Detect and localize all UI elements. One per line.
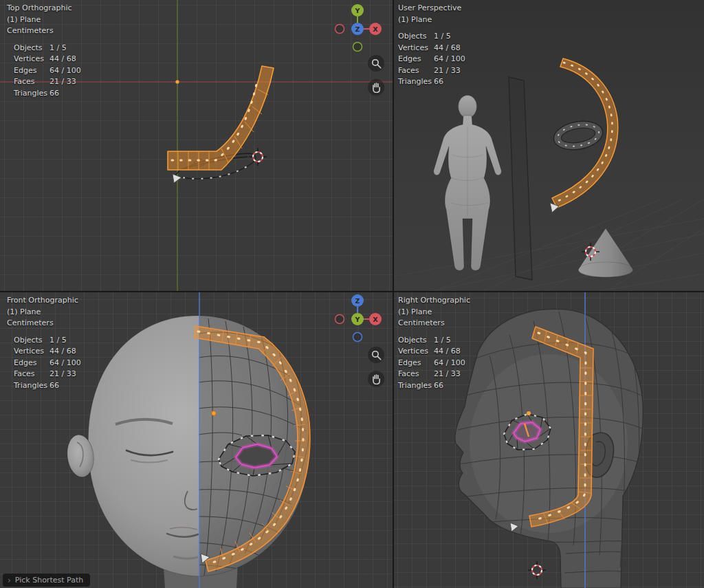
active-object: (1) Plane [7, 14, 81, 26]
axis-z-label: Z [355, 297, 360, 305]
scene-statistics: Objects 1 / 5 Vertices 44 / 68 Edges 64 … [14, 43, 81, 100]
pan-button[interactable] [368, 371, 384, 387]
status-text: Pick Shortest Path [15, 576, 83, 585]
object-origin-dot [527, 411, 531, 415]
unselected-ring-mesh[interactable] [551, 118, 605, 153]
view-name: Top Orthographic [7, 3, 81, 14]
axis-x-label: X [373, 25, 378, 33]
axis-y-label: Y [355, 316, 360, 323]
hand-icon [371, 83, 382, 93]
magnifier-icon [371, 58, 382, 69]
view-name: Front Orthographic [7, 295, 81, 307]
navigation-gizmo[interactable]: Z X Y [333, 294, 382, 345]
chevron-icon: › [8, 576, 11, 585]
reference-body-mesh[interactable] [434, 96, 502, 271]
object-origin-dot [175, 80, 179, 83]
axis-x-negative-ball[interactable] [336, 315, 344, 324]
zoom-button[interactable] [368, 55, 384, 72]
viewport-info: Front Orthographic (1) Plane Centimeters… [7, 295, 81, 391]
3d-cursor [528, 561, 546, 579]
object-origin-dot [212, 411, 217, 416]
viewport-top-orthographic[interactable]: Top Orthographic (1) Plane Centimeters O… [0, 0, 393, 291]
scene-statistics: Objects 1 / 5 Vertices 44 / 68 Edges 64 … [14, 335, 81, 392]
viewport-front-orthographic[interactable]: Front Orthographic (1) Plane Centimeters… [0, 292, 393, 588]
scene-statistics: Objects 1 / 5 Vertices 44 / 68 Edges 64 … [398, 31, 465, 88]
viewport-info: User Perspective (1) Plane Objects 1 / 5… [398, 3, 465, 88]
axis-z-label: Z [355, 25, 360, 33]
active-object: (1) Plane [398, 307, 470, 318]
viewport-user-perspective[interactable]: User Perspective (1) Plane Objects 1 / 5… [394, 0, 704, 291]
axis-y-negative-ball[interactable] [353, 43, 362, 52]
scene-statistics: Objects 1 / 5 Vertices 44 / 68 Edges 64 … [398, 335, 470, 392]
view-name: User Perspective [398, 3, 465, 14]
active-object: (1) Plane [7, 307, 81, 318]
axis-z-negative-ball[interactable] [353, 333, 362, 342]
navigation-gizmo[interactable]: Y X Z [333, 3, 382, 54]
view-name: Right Orthographic [398, 295, 470, 307]
units-label: Centimeters [398, 318, 470, 329]
hand-icon [371, 374, 382, 384]
pan-button[interactable] [368, 79, 384, 96]
units-label: Centimeters [7, 25, 81, 37]
viewport-info: Right Orthographic (1) Plane Centimeters… [398, 295, 470, 391]
plane-object[interactable] [509, 77, 532, 280]
blender-quad-view: Top Orthographic (1) Plane Centimeters O… [0, 0, 704, 588]
axis-x-negative-ball[interactable] [336, 25, 344, 34]
floor-grid [394, 199, 704, 291]
viewport-right-orthographic[interactable]: Right Orthographic (1) Plane Centimeters… [394, 292, 704, 588]
zoom-button[interactable] [368, 347, 384, 363]
axis-x-label: X [373, 316, 378, 323]
units-label: Centimeters [7, 318, 81, 329]
status-bar-hint: › Pick Shortest Path [3, 574, 90, 587]
active-object: (1) Plane [398, 14, 465, 26]
axis-y-label: Y [355, 7, 360, 14]
magnifier-icon [371, 350, 382, 360]
viewport-info: Top Orthographic (1) Plane Centimeters O… [7, 3, 81, 99]
